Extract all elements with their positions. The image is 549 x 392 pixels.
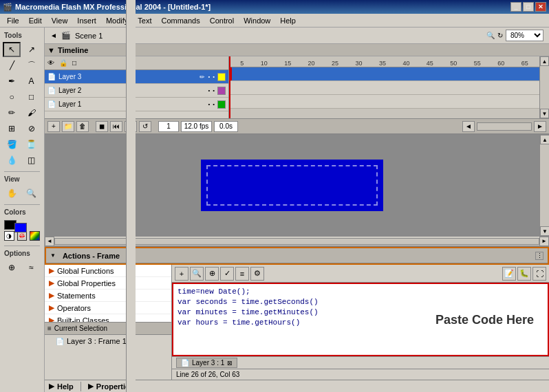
option-snap[interactable]: ⊕ bbox=[3, 260, 21, 275]
tree-icon-2: ▶ bbox=[49, 279, 54, 287]
menu-view[interactable]: View bbox=[47, 15, 72, 26]
option-smooth[interactable]: ≈ bbox=[23, 260, 41, 275]
content-area: ◄ 🎬 Scene 1 🔍 ↻ 80% 100% 50% ▼ Timeline bbox=[45, 28, 549, 392]
tree-label-global-functions: Global Functions bbox=[57, 267, 114, 275]
stage-scroll-right[interactable]: ► bbox=[539, 237, 549, 246]
act-options-btn[interactable]: ⚙ bbox=[250, 267, 264, 281]
step-back-btn[interactable]: ⏮ bbox=[110, 121, 122, 132]
tree-statements[interactable]: ▶ Statements bbox=[45, 290, 171, 302]
act-check-syntax-btn[interactable]: ✓ bbox=[220, 267, 234, 281]
black-white-btn[interactable]: ◑ bbox=[4, 231, 14, 241]
layer-tab[interactable]: 📄 Layer 3 : 1 ⊠ bbox=[176, 358, 237, 368]
act-insert-path-btn[interactable]: ⊕ bbox=[205, 267, 219, 281]
tool-zoom[interactable]: 🔍 bbox=[23, 186, 41, 201]
timeline-scroll-down[interactable]: ▼ bbox=[540, 109, 549, 118]
maximize-button[interactable]: □ bbox=[523, 2, 534, 12]
timeline-header[interactable]: ▼ Timeline bbox=[45, 44, 549, 56]
tool-fill-transform[interactable]: ⊘ bbox=[23, 121, 41, 136]
options-grid: ⊕ ≈ bbox=[1, 259, 43, 276]
timeline-h-scrollbar[interactable] bbox=[477, 122, 532, 131]
tool-subselect[interactable]: ↗ bbox=[23, 42, 41, 57]
title-bar: 🎬 Macromedia Flash MX Professional 2004 … bbox=[0, 0, 549, 14]
add-layer-btn[interactable]: + bbox=[47, 121, 60, 132]
actions-header-border: ▼ Actions - Frame ⋮ bbox=[45, 247, 549, 265]
fill-color-swatch[interactable] bbox=[14, 223, 27, 232]
tool-pen[interactable]: ✒ bbox=[3, 74, 21, 89]
stage-scroll-up[interactable]: ▲ bbox=[540, 135, 549, 144]
menu-window[interactable]: Window bbox=[239, 15, 274, 26]
minimize-button[interactable]: _ bbox=[510, 2, 521, 12]
timeline-scroll-right[interactable]: ► bbox=[534, 121, 546, 132]
layer-tab-close[interactable]: ⊠ bbox=[227, 360, 233, 367]
tool-line[interactable]: ╱ bbox=[3, 58, 21, 73]
menu-text[interactable]: Text bbox=[133, 15, 155, 26]
code-editor[interactable]: time=new Date(); var seconds = time.getS… bbox=[172, 283, 549, 356]
tool-brush[interactable]: 🖌 bbox=[23, 105, 41, 120]
act-expand-btn[interactable]: ⛶ bbox=[532, 267, 546, 281]
layer-row-2[interactable]: 📄 Layer 2 • • bbox=[45, 84, 228, 98]
scene-name[interactable]: Scene 1 bbox=[75, 32, 103, 40]
menu-help[interactable]: Help bbox=[276, 15, 300, 26]
timeline-scroll-up[interactable]: ▲ bbox=[540, 56, 549, 66]
no-color-btn[interactable]: ∅ bbox=[17, 231, 28, 241]
stage-area[interactable] bbox=[45, 135, 539, 236]
scene-back-btn[interactable]: ◄ bbox=[50, 32, 57, 39]
loop-btn[interactable]: ↺ bbox=[139, 121, 151, 132]
layer-1-frames bbox=[229, 95, 539, 109]
tool-ink-bottle[interactable]: 🪣 bbox=[3, 137, 21, 152]
zoom-select[interactable]: 80% 100% 50% bbox=[506, 30, 543, 41]
act-find-btn[interactable]: 🔍 bbox=[190, 267, 204, 281]
layer-row-1[interactable]: 📄 Layer 1 • • bbox=[45, 98, 228, 111]
tool-arrow[interactable]: ↖ bbox=[3, 42, 21, 57]
act-add-btn[interactable]: + bbox=[175, 267, 189, 281]
menu-insert[interactable]: Insert bbox=[73, 15, 100, 26]
toolbar-left: Tools ↖ ↗ ╱ ⌒ ✒ A ○ □ ✏ 🖌 ⊞ ⊘ 🪣 🫙 💧 ◫ Vi… bbox=[0, 28, 45, 392]
fps-input[interactable] bbox=[181, 121, 212, 132]
actions-menu-icon[interactable]: ⋮ bbox=[535, 252, 543, 260]
tool-paint-bucket[interactable]: 🫙 bbox=[23, 137, 41, 152]
stage-scroll-left[interactable]: ◄ bbox=[45, 237, 54, 246]
tool-rect[interactable]: □ bbox=[23, 89, 41, 105]
current-frame-input[interactable]: 1 bbox=[158, 121, 179, 132]
stage-wrapper: ▲ ▼ ◄ ► bbox=[45, 135, 549, 246]
tree-global-properties[interactable]: ▶ Global Properties bbox=[45, 277, 171, 290]
swap-colors-btn[interactable] bbox=[30, 231, 40, 241]
stage-scroll-down[interactable]: ▼ bbox=[540, 226, 549, 236]
close-button[interactable]: ✕ bbox=[535, 2, 546, 12]
tree-global-functions[interactable]: ▶ Global Functions bbox=[45, 265, 171, 277]
tree-operators[interactable]: ▶ Operators bbox=[45, 302, 171, 314]
layer-pencil-icon-3: ✏ bbox=[200, 74, 205, 80]
tool-pencil[interactable]: ✏ bbox=[3, 105, 21, 120]
time-input[interactable] bbox=[214, 121, 238, 132]
tool-hand[interactable]: ✋ bbox=[3, 186, 21, 201]
act-debug-btn[interactable]: 🐛 bbox=[517, 267, 531, 281]
rotate-icon: ↻ bbox=[497, 32, 503, 39]
act-script-assist-btn[interactable]: 📝 bbox=[502, 267, 516, 281]
tool-lasso[interactable]: ⌒ bbox=[23, 58, 41, 73]
properties-expand-icon: ▶ bbox=[88, 382, 94, 391]
tool-eyedropper[interactable]: 💧 bbox=[3, 153, 21, 168]
tool-oval[interactable]: ○ bbox=[3, 89, 21, 105]
menu-control[interactable]: Control bbox=[206, 15, 238, 26]
zoom-icon: 🔍 bbox=[486, 32, 495, 39]
actions-body: ▶ Global Functions ▶ Global Properties ▶… bbox=[45, 265, 549, 380]
tool-free-transform[interactable]: ⊞ bbox=[3, 121, 21, 136]
help-section[interactable]: ▶ Help bbox=[49, 382, 74, 391]
tree-built-in-classes[interactable]: ▶ Built-in Classes bbox=[45, 314, 171, 322]
add-folder-btn[interactable]: 📁 bbox=[62, 121, 74, 132]
timeline-right-scrollbar: ▲ ▼ bbox=[539, 56, 549, 118]
layer-row-3[interactable]: 📄 Layer 3 ✏ • • bbox=[45, 70, 228, 84]
tool-eraser[interactable]: ◫ bbox=[23, 153, 41, 168]
ruler: 5 10 15 20 25 30 35 40 45 50 55 60 bbox=[229, 56, 539, 67]
menu-file[interactable]: File bbox=[3, 15, 23, 26]
timeline-scroll-left[interactable]: ◄ bbox=[462, 121, 475, 132]
tree-icon-3: ▶ bbox=[49, 292, 54, 299]
menu-edit[interactable]: Edit bbox=[25, 15, 46, 26]
play-stop-btn[interactable]: ◼ bbox=[96, 121, 108, 132]
tool-text[interactable]: A bbox=[23, 74, 41, 89]
menu-commands[interactable]: Commands bbox=[157, 15, 204, 26]
act-auto-format-btn[interactable]: ≡ bbox=[235, 267, 249, 281]
current-sel-item[interactable]: 📄 Layer 3 : Frame 1 bbox=[45, 335, 171, 347]
actions-header[interactable]: ▼ Actions - Frame ⋮ bbox=[46, 248, 548, 263]
delete-layer-btn[interactable]: 🗑 bbox=[76, 121, 89, 132]
